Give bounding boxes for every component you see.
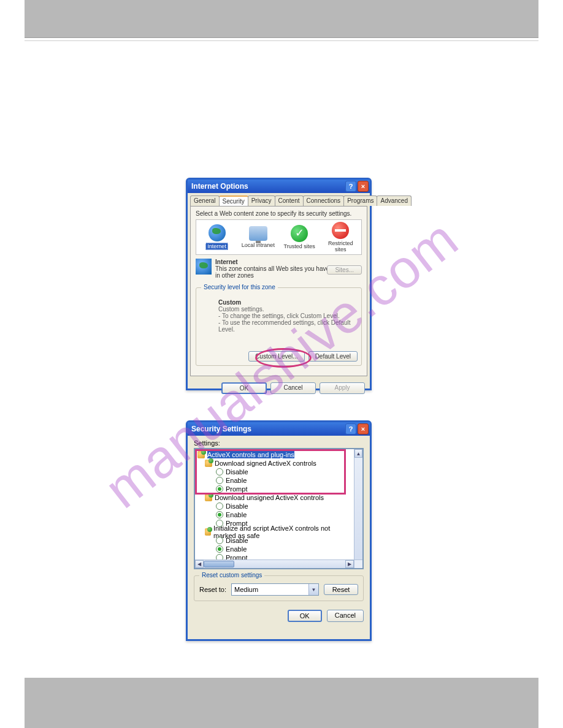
globe-icon — [196, 259, 212, 275]
radio-icon — [216, 502, 223, 510]
option-label: Enable — [226, 477, 247, 484]
option-label: Disable — [226, 537, 248, 544]
dialog-title: Security Settings — [191, 425, 251, 433]
tab-general[interactable]: General — [190, 195, 220, 206]
custom-line: - To change the settings, click Custom L… — [218, 313, 340, 319]
radio-icon — [216, 511, 223, 518]
zone-label: Trusted sites — [284, 243, 315, 249]
radio-option[interactable]: Prompt — [196, 485, 353, 493]
close-icon[interactable]: × — [358, 423, 369, 434]
page-footer — [25, 678, 538, 728]
ok-button[interactable]: OK — [221, 382, 267, 394]
zone-list: Internet Local intranet Trusted sites Re… — [196, 219, 362, 255]
option-label: Enable — [226, 545, 247, 553]
reset-button[interactable]: Reset — [324, 584, 358, 595]
help-icon[interactable]: ? — [345, 181, 356, 192]
reset-to-label: Reset to: — [199, 586, 226, 593]
page-header — [25, 0, 538, 38]
gear-icon — [205, 494, 212, 501]
cancel-button[interactable]: Cancel — [270, 382, 316, 394]
dialog-title: Internet Options — [191, 182, 248, 191]
tab-privacy[interactable]: Privacy — [248, 195, 275, 206]
scroll-up-icon[interactable]: ▲ — [354, 449, 362, 458]
cancel-button[interactable]: Cancel — [327, 610, 364, 622]
zone-restricted-sites[interactable]: Restricted sites — [323, 222, 358, 252]
titlebar[interactable]: Internet Options ? × — [188, 180, 370, 193]
setting-initialize-script[interactable]: Initialize and script ActiveX controls n… — [196, 528, 353, 536]
chevron-down-icon[interactable]: ▼ — [308, 584, 318, 595]
default-level-button[interactable]: Default Level — [308, 351, 358, 362]
check-icon — [291, 225, 308, 242]
gear-icon — [205, 460, 212, 467]
restricted-icon — [332, 222, 349, 239]
custom-level-button[interactable]: Custom Level... — [248, 351, 304, 362]
ok-button[interactable]: OK — [288, 610, 322, 622]
radio-option[interactable]: Disable — [196, 468, 353, 476]
dialog-buttons: OK Cancel — [194, 610, 364, 622]
zone-label: Internet — [205, 243, 228, 250]
scroll-thumb[interactable] — [204, 561, 234, 567]
option-label: Enable — [226, 511, 247, 518]
tab-advanced[interactable]: Advanced — [377, 195, 411, 206]
security-panel: Select a Web content zone to specify its… — [190, 206, 367, 376]
custom-line: Custom settings. — [218, 306, 264, 313]
reset-level-dropdown[interactable]: Medium ▼ — [231, 583, 319, 596]
help-icon[interactable]: ? — [345, 423, 356, 434]
internet-options-dialog: Internet Options ? × General Security Pr… — [186, 178, 372, 390]
intranet-icon — [249, 226, 267, 241]
tab-connections[interactable]: Connections — [303, 195, 345, 206]
settings-list[interactable]: ActiveX controls and plug-ins Download s… — [194, 448, 364, 569]
radio-option[interactable]: Enable — [196, 510, 353, 519]
setting-label: Download signed ActiveX controls — [215, 460, 316, 467]
radio-icon — [216, 477, 223, 484]
scroll-left-icon[interactable]: ◀ — [195, 560, 204, 568]
category-label: ActiveX controls and plug-ins — [207, 451, 294, 458]
instruction-text: Select a Web content zone to specify its… — [196, 210, 362, 217]
setting-label: Download unsigned ActiveX controls — [215, 494, 324, 501]
zone-internet[interactable]: Internet — [200, 224, 234, 250]
sites-button[interactable]: Sites... — [327, 265, 362, 275]
tab-strip: General Security Privacy Content Connect… — [188, 193, 370, 206]
custom-line: - To use the recommended settings, click… — [218, 319, 350, 333]
close-icon[interactable]: × — [358, 181, 369, 192]
custom-label: Custom — [218, 299, 241, 306]
tab-content[interactable]: Content — [275, 195, 304, 206]
horizontal-scrollbar[interactable]: ◀ ▶ — [195, 559, 354, 568]
option-label: Prompt — [226, 485, 247, 493]
radio-icon — [216, 537, 223, 544]
globe-icon — [209, 224, 226, 241]
zone-trusted-sites[interactable]: Trusted sites — [282, 225, 316, 249]
radio-option[interactable]: Disable — [196, 502, 353, 510]
radio-icon — [216, 485, 223, 493]
radio-option[interactable]: Enable — [196, 545, 353, 553]
option-label: Disable — [226, 502, 248, 510]
security-settings-dialog: Security Settings ? × Settings: ActiveX … — [186, 420, 372, 641]
tab-security[interactable]: Security — [219, 195, 248, 206]
zone-label: Restricted sites — [323, 240, 358, 252]
option-label: Disable — [226, 468, 248, 476]
radio-icon — [216, 520, 223, 527]
radio-icon — [216, 468, 223, 476]
group-title: Reset custom settings — [199, 572, 264, 578]
tab-programs[interactable]: Programs — [343, 195, 377, 206]
reset-group: Reset custom settings Reset to: Medium ▼… — [194, 575, 364, 601]
dialog-buttons: OK Cancel Apply — [188, 379, 370, 398]
zone-local-intranet[interactable]: Local intranet — [241, 226, 275, 248]
scroll-right-icon[interactable]: ▶ — [345, 560, 354, 568]
radio-icon — [216, 545, 223, 553]
radio-option[interactable]: Enable — [196, 476, 353, 485]
settings-label: Settings: — [194, 439, 364, 447]
titlebar[interactable]: Security Settings ? × — [188, 422, 370, 436]
scroll-corner — [354, 559, 362, 568]
vertical-scrollbar[interactable]: ▲ — [354, 449, 362, 559]
gear-icon — [205, 528, 211, 536]
dropdown-value: Medium — [234, 586, 258, 593]
category-activex[interactable]: ActiveX controls and plug-ins — [196, 450, 353, 459]
setting-download-unsigned[interactable]: Download unsigned ActiveX controls — [196, 493, 353, 502]
zone-heading: Internet — [215, 259, 238, 265]
apply-button[interactable]: Apply — [320, 382, 365, 394]
gear-icon — [197, 451, 205, 458]
group-title: Security level for this zone — [201, 284, 278, 290]
security-level-group: Security level for this zone Custom Cust… — [196, 287, 362, 366]
setting-download-signed[interactable]: Download signed ActiveX controls — [196, 459, 353, 468]
